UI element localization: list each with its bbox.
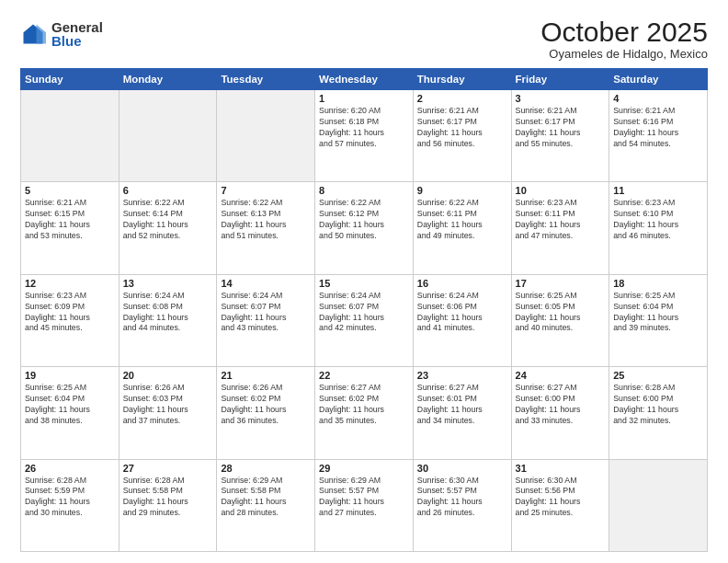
day-number: 25 — [613, 370, 703, 381]
week-row-0: 1Sunrise: 6:20 AM Sunset: 6:18 PM Daylig… — [21, 90, 708, 182]
calendar-cell: 18Sunrise: 6:25 AM Sunset: 6:04 PM Dayli… — [609, 274, 708, 366]
day-number: 5 — [25, 185, 115, 196]
day-info: Sunrise: 6:30 AM Sunset: 5:56 PM Dayligh… — [516, 476, 606, 520]
logo-icon — [20, 21, 46, 47]
day-number: 21 — [221, 370, 311, 381]
day-info: Sunrise: 6:25 AM Sunset: 6:05 PM Dayligh… — [516, 291, 606, 335]
day-info: Sunrise: 6:22 AM Sunset: 6:12 PM Dayligh… — [319, 198, 409, 242]
day-number: 17 — [516, 278, 606, 289]
header: General Blue October 2025 Oyameles de Hi… — [20, 17, 708, 61]
day-number: 14 — [221, 278, 311, 289]
logo: General Blue — [20, 20, 103, 48]
calendar-cell: 3Sunrise: 6:21 AM Sunset: 6:17 PM Daylig… — [511, 90, 609, 182]
day-number: 24 — [516, 370, 606, 381]
location: Oyameles de Hidalgo, Mexico — [540, 47, 708, 61]
calendar-cell: 27Sunrise: 6:28 AM Sunset: 5:58 PM Dayli… — [119, 459, 217, 551]
day-info: Sunrise: 6:27 AM Sunset: 6:01 PM Dayligh… — [417, 383, 507, 427]
day-info: Sunrise: 6:25 AM Sunset: 6:04 PM Dayligh… — [25, 383, 115, 427]
day-number: 30 — [417, 463, 507, 474]
calendar-cell: 19Sunrise: 6:25 AM Sunset: 6:04 PM Dayli… — [21, 367, 119, 459]
weekday-header-tuesday: Tuesday — [217, 69, 315, 90]
day-number: 15 — [319, 278, 409, 289]
day-number: 29 — [319, 463, 409, 474]
svg-marker-1 — [37, 25, 47, 44]
calendar-cell: 5Sunrise: 6:21 AM Sunset: 6:15 PM Daylig… — [21, 182, 119, 274]
page: General Blue October 2025 Oyameles de Hi… — [0, 0, 728, 563]
calendar-cell: 1Sunrise: 6:20 AM Sunset: 6:18 PM Daylig… — [315, 90, 414, 182]
day-info: Sunrise: 6:24 AM Sunset: 6:07 PM Dayligh… — [319, 291, 409, 335]
day-number: 7 — [221, 185, 311, 196]
day-number: 16 — [417, 278, 507, 289]
day-info: Sunrise: 6:27 AM Sunset: 6:00 PM Dayligh… — [516, 383, 606, 427]
day-info: Sunrise: 6:21 AM Sunset: 6:15 PM Dayligh… — [25, 198, 115, 242]
calendar-cell: 24Sunrise: 6:27 AM Sunset: 6:00 PM Dayli… — [511, 367, 609, 459]
day-info: Sunrise: 6:22 AM Sunset: 6:11 PM Dayligh… — [417, 198, 507, 242]
day-number: 31 — [516, 463, 606, 474]
calendar-cell: 8Sunrise: 6:22 AM Sunset: 6:12 PM Daylig… — [315, 182, 414, 274]
day-info: Sunrise: 6:20 AM Sunset: 6:18 PM Dayligh… — [319, 106, 409, 150]
calendar-cell: 6Sunrise: 6:22 AM Sunset: 6:14 PM Daylig… — [119, 182, 217, 274]
day-info: Sunrise: 6:23 AM Sunset: 6:10 PM Dayligh… — [613, 198, 703, 242]
calendar-cell: 21Sunrise: 6:26 AM Sunset: 6:02 PM Dayli… — [217, 367, 315, 459]
week-row-4: 26Sunrise: 6:28 AM Sunset: 5:59 PM Dayli… — [21, 459, 708, 551]
day-info: Sunrise: 6:23 AM Sunset: 6:11 PM Dayligh… — [516, 198, 606, 242]
week-row-3: 19Sunrise: 6:25 AM Sunset: 6:04 PM Dayli… — [21, 367, 708, 459]
calendar-cell: 9Sunrise: 6:22 AM Sunset: 6:11 PM Daylig… — [413, 182, 511, 274]
day-number: 19 — [25, 370, 115, 381]
calendar: SundayMondayTuesdayWednesdayThursdayFrid… — [20, 68, 708, 552]
day-info: Sunrise: 6:28 AM Sunset: 6:00 PM Dayligh… — [613, 383, 703, 427]
day-info: Sunrise: 6:29 AM Sunset: 5:58 PM Dayligh… — [221, 476, 311, 520]
day-number: 3 — [516, 93, 606, 104]
logo-text: General Blue — [51, 20, 103, 48]
calendar-cell: 17Sunrise: 6:25 AM Sunset: 6:05 PM Dayli… — [511, 274, 609, 366]
day-number: 6 — [123, 185, 213, 196]
calendar-cell: 10Sunrise: 6:23 AM Sunset: 6:11 PM Dayli… — [511, 182, 609, 274]
day-info: Sunrise: 6:24 AM Sunset: 6:08 PM Dayligh… — [123, 291, 213, 335]
week-row-1: 5Sunrise: 6:21 AM Sunset: 6:15 PM Daylig… — [21, 182, 708, 274]
day-info: Sunrise: 6:25 AM Sunset: 6:04 PM Dayligh… — [613, 291, 703, 335]
day-info: Sunrise: 6:23 AM Sunset: 6:09 PM Dayligh… — [25, 291, 115, 335]
day-number: 22 — [319, 370, 409, 381]
calendar-cell: 12Sunrise: 6:23 AM Sunset: 6:09 PM Dayli… — [21, 274, 119, 366]
day-info: Sunrise: 6:22 AM Sunset: 6:13 PM Dayligh… — [221, 198, 311, 242]
day-number: 23 — [417, 370, 507, 381]
day-number: 9 — [417, 185, 507, 196]
day-info: Sunrise: 6:26 AM Sunset: 6:03 PM Dayligh… — [123, 383, 213, 427]
calendar-cell: 30Sunrise: 6:30 AM Sunset: 5:57 PM Dayli… — [413, 459, 511, 551]
calendar-cell: 25Sunrise: 6:28 AM Sunset: 6:00 PM Dayli… — [609, 367, 708, 459]
calendar-cell: 22Sunrise: 6:27 AM Sunset: 6:02 PM Dayli… — [315, 367, 414, 459]
weekday-header-row: SundayMondayTuesdayWednesdayThursdayFrid… — [21, 69, 708, 90]
calendar-cell: 28Sunrise: 6:29 AM Sunset: 5:58 PM Dayli… — [217, 459, 315, 551]
calendar-cell: 11Sunrise: 6:23 AM Sunset: 6:10 PM Dayli… — [609, 182, 708, 274]
day-info: Sunrise: 6:28 AM Sunset: 5:58 PM Dayligh… — [123, 476, 213, 520]
weekday-header-saturday: Saturday — [609, 69, 708, 90]
day-info: Sunrise: 6:30 AM Sunset: 5:57 PM Dayligh… — [417, 476, 507, 520]
day-number: 27 — [123, 463, 213, 474]
calendar-header: SundayMondayTuesdayWednesdayThursdayFrid… — [21, 69, 708, 90]
day-number: 12 — [25, 278, 115, 289]
day-number: 2 — [417, 93, 507, 104]
calendar-cell — [217, 90, 315, 182]
calendar-cell: 26Sunrise: 6:28 AM Sunset: 5:59 PM Dayli… — [21, 459, 119, 551]
day-info: Sunrise: 6:27 AM Sunset: 6:02 PM Dayligh… — [319, 383, 409, 427]
day-number: 20 — [123, 370, 213, 381]
calendar-cell: 16Sunrise: 6:24 AM Sunset: 6:06 PM Dayli… — [413, 274, 511, 366]
title-block: October 2025 Oyameles de Hidalgo, Mexico — [540, 17, 708, 61]
day-info: Sunrise: 6:21 AM Sunset: 6:17 PM Dayligh… — [417, 106, 507, 150]
day-number: 10 — [516, 185, 606, 196]
calendar-cell: 29Sunrise: 6:29 AM Sunset: 5:57 PM Dayli… — [315, 459, 414, 551]
day-info: Sunrise: 6:21 AM Sunset: 6:16 PM Dayligh… — [613, 106, 703, 150]
weekday-header-monday: Monday — [119, 69, 217, 90]
calendar-cell — [609, 459, 708, 551]
month-title: October 2025 — [540, 17, 708, 47]
weekday-header-wednesday: Wednesday — [315, 69, 414, 90]
weekday-header-thursday: Thursday — [413, 69, 511, 90]
logo-blue-text: Blue — [51, 34, 103, 48]
calendar-cell: 13Sunrise: 6:24 AM Sunset: 6:08 PM Dayli… — [119, 274, 217, 366]
day-info: Sunrise: 6:22 AM Sunset: 6:14 PM Dayligh… — [123, 198, 213, 242]
week-row-2: 12Sunrise: 6:23 AM Sunset: 6:09 PM Dayli… — [21, 274, 708, 366]
day-info: Sunrise: 6:29 AM Sunset: 5:57 PM Dayligh… — [319, 476, 409, 520]
calendar-cell: 20Sunrise: 6:26 AM Sunset: 6:03 PM Dayli… — [119, 367, 217, 459]
calendar-cell — [119, 90, 217, 182]
weekday-header-sunday: Sunday — [21, 69, 119, 90]
